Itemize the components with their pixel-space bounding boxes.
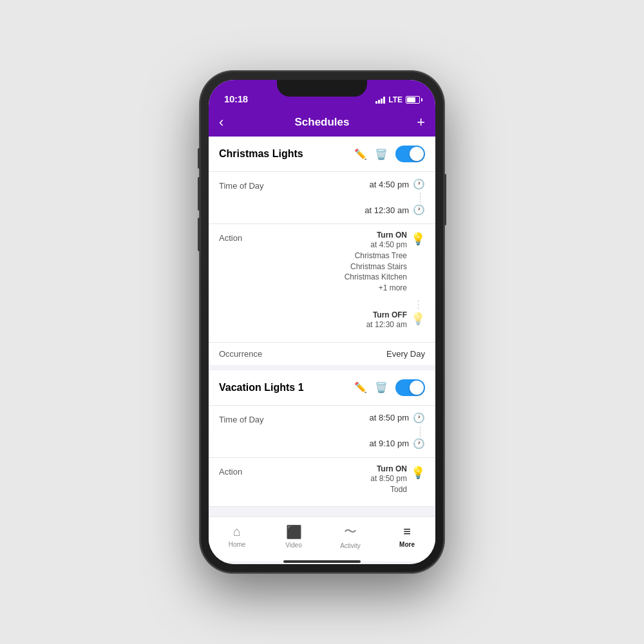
vacation-lights-edit-button[interactable]: ✏️ [354,381,367,393]
christmas-lights-delete-button[interactable]: 🗑️ [375,148,388,160]
start-time-text: at 4:50 pm [370,180,409,189]
turn-on-time: at 4:50 pm [345,240,407,251]
battery-fill [407,97,415,102]
start-time-entry: at 4:50 pm 🕐 [370,178,425,190]
home-bar [283,560,361,563]
vacation-end-time-text: at 9:10 pm [370,439,409,448]
christmas-lights-toggle[interactable] [395,146,425,162]
mute-button[interactable] [198,148,200,169]
time-dashed-line [420,193,421,203]
video-label: Video [285,542,301,549]
action-label: Action [219,231,277,243]
volume-down-button[interactable] [198,218,200,251]
vacation-lights-action-row: Action Turn ON at 8:50 pm Todd 💡 [209,458,435,507]
nav-item-more[interactable]: ≡ More [379,524,435,548]
phone-wrapper: 10:18 LTE ‹ Schedules [200,71,444,573]
signal-bar-3 [381,99,383,104]
notch [277,80,367,97]
action-content: Turn ON at 4:50 pm Christmas Tree Christ… [277,231,425,336]
vacation-turn-on-text-group: Turn ON at 8:50 pm Todd [370,464,407,495]
nav-item-activity[interactable]: 〜 Activity [322,523,379,549]
vacation-turn-on-label: Turn ON [370,464,407,473]
more-label: More [399,541,415,548]
end-clock-icon: 🕐 [413,204,425,216]
christmas-lights-actions: ✏️ 🗑️ [354,146,425,162]
app-header: ‹ Schedules + [209,108,435,137]
vacation-start-clock-icon: 🕐 [413,412,425,424]
home-icon: ⌂ [233,524,241,539]
vacation-action-content: Turn ON at 8:50 pm Todd 💡 [277,464,425,500]
power-button[interactable] [444,174,446,225]
vacation-lights-title: Vacation Lights 1 [219,382,354,393]
vacation-turn-on-block: Turn ON at 8:50 pm Todd 💡 [370,464,425,495]
turn-off-text-group: Turn OFF at 12:30 am [366,310,407,330]
device-3: Christmas Kitchen [345,272,407,283]
phone-screen: 10:18 LTE ‹ Schedules [209,80,435,564]
time-of-day-label: Time of Day [219,178,277,217]
vacation-start-time-entry: at 8:50 pm 🕐 [370,412,425,424]
vacation-lights-time-row: Time of Day at 8:50 pm 🕐 at 9:10 pm 🕐 [209,406,435,458]
vacation-lights-delete-button[interactable]: 🗑️ [375,381,388,393]
turn-on-text-group: Turn ON at 4:50 pm Christmas Tree Christ… [345,231,407,294]
christmas-lights-header: Christmas Lights ✏️ 🗑️ [209,137,435,172]
turn-off-block: Turn OFF at 12:30 am 💡 [366,310,425,330]
activity-icon: 〜 [344,523,357,540]
scroll-content[interactable]: Christmas Lights ✏️ 🗑️ Time of Day at 4: [209,137,435,516]
signal-bar-4 [383,97,385,104]
volume-up-button[interactable] [198,177,200,211]
christmas-lights-occurrence-row: Occurrence Every Day [209,343,435,365]
vacation-end-time-entry: at 9:10 pm 🕐 [370,438,425,450]
back-button[interactable]: ‹ [219,114,240,131]
occurrence-value: Every Day [277,349,425,359]
signal-bar-1 [375,101,377,104]
bulb-on-icon: 💡 [411,232,425,246]
start-clock-icon: 🕐 [413,178,425,190]
vacation-lights-header: Vacation Lights 1 ✏️ 🗑️ [209,370,435,406]
nav-item-home[interactable]: ⌂ Home [209,524,265,548]
christmas-lights-edit-button[interactable]: ✏️ [354,148,367,160]
action-dashed-line [418,300,419,309]
end-time-text: at 12:30 am [365,205,409,215]
activity-label: Activity [340,542,361,549]
signal-bar-2 [378,100,380,104]
vacation-time-of-day-label: Time of Day [219,412,277,451]
christmas-lights-time-row: Time of Day at 4:50 pm 🕐 at 12:30 am 🕐 [209,172,435,224]
vacation-lights-actions: ✏️ 🗑️ [354,379,425,396]
vacation-end-clock-icon: 🕐 [413,438,425,450]
vacation-time-of-day-content: at 8:50 pm 🕐 at 9:10 pm 🕐 [277,412,425,451]
device-more: +1 more [345,283,407,294]
status-icons: LTE [375,95,420,104]
battery-icon [406,96,420,104]
occurrence-label: Occurrence [219,349,277,359]
turn-off-time: at 12:30 am [366,319,407,330]
christmas-lights-action-row: Action Turn ON at 4:50 pm Christmas Tree… [209,224,435,343]
vacation-start-time-text: at 8:50 pm [370,413,409,422]
vacation-device-1: Todd [370,484,407,495]
header-title: Schedules [294,116,349,129]
lte-label: LTE [388,95,402,104]
turn-on-block: Turn ON at 4:50 pm Christmas Tree Christ… [345,231,425,294]
add-button[interactable]: + [404,114,425,131]
turn-on-label: Turn ON [345,231,407,240]
home-label: Home [229,541,246,548]
signal-bars [375,96,385,104]
video-icon: ⬛ [286,524,302,540]
scroll-padding [209,512,435,516]
vacation-bulb-on-icon: 💡 [411,466,425,480]
vacation-time-dashed-line [420,426,421,437]
home-indicator [209,562,435,564]
device-1: Christmas Tree [345,251,407,261]
status-time: 10:18 [224,93,248,104]
vacation-action-label: Action [219,464,277,477]
christmas-lights-card: Christmas Lights ✏️ 🗑️ Time of Day at 4: [209,137,435,365]
bottom-nav: ⌂ Home ⬛ Video 〜 Activity ≡ More [209,516,435,562]
vacation-lights-toggle[interactable] [395,379,425,396]
bulb-off-icon: 💡 [411,312,425,326]
nav-item-video[interactable]: ⬛ Video [265,524,322,549]
phone-shell: 10:18 LTE ‹ Schedules [200,71,444,573]
christmas-lights-title: Christmas Lights [219,148,354,160]
more-icon: ≡ [403,524,411,539]
time-of-day-content: at 4:50 pm 🕐 at 12:30 am 🕐 [277,178,425,217]
turn-off-label: Turn OFF [366,310,407,319]
vacation-lights-card: Vacation Lights 1 ✏️ 🗑️ Time of Day at 8 [209,370,435,507]
